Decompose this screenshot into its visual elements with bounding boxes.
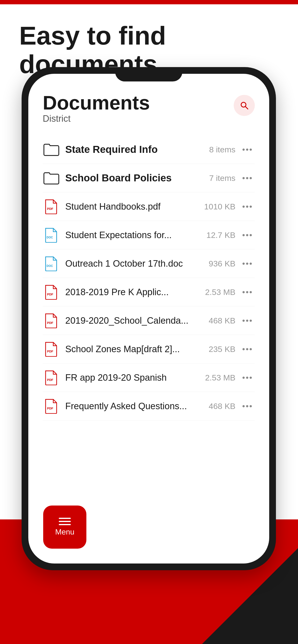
folder-icon	[43, 171, 60, 185]
menu-button-label: Menu	[55, 528, 74, 536]
list-item[interactable]: DOC Outreach 1 October 17th.doc 936 KB •…	[43, 250, 255, 278]
search-icon	[239, 100, 249, 110]
svg-line-1	[245, 106, 248, 109]
item-size: 235 KB	[209, 344, 236, 354]
documents-subtitle: District	[43, 114, 150, 124]
screen-content: Documents District State Required Info 8…	[28, 74, 269, 564]
list-item[interactable]: State Required Info 8 items •••	[43, 135, 255, 164]
list-item[interactable]: PDF Frequently Asked Questions... 468 KB…	[43, 392, 255, 420]
item-size: 2.53 MB	[205, 288, 236, 297]
item-name: Frequently Asked Questions...	[65, 401, 209, 411]
item-name: Student Handbooks.pdf	[65, 202, 204, 212]
item-name: School Board Policies	[65, 172, 209, 184]
item-name: State Required Info	[65, 144, 209, 155]
item-size: 468 KB	[209, 402, 236, 411]
svg-text:PDF: PDF	[47, 350, 53, 353]
folder-icon	[43, 142, 60, 156]
item-more-button[interactable]: •••	[240, 288, 255, 297]
svg-text:PDF: PDF	[47, 378, 53, 382]
item-more-button[interactable]: •••	[240, 202, 255, 211]
item-more-button[interactable]: •••	[240, 230, 255, 240]
phone-frame: Documents District State Required Info 8…	[22, 67, 276, 570]
item-name: 2018-2019 Pre K Applic...	[65, 287, 205, 297]
item-more-button[interactable]: •••	[240, 316, 255, 325]
item-name: Outreach 1 October 17th.doc	[65, 258, 209, 269]
svg-text:PDF: PDF	[47, 207, 53, 210]
pdf-icon: PDF	[43, 200, 60, 214]
item-size: 1010 KB	[204, 202, 235, 211]
list-item[interactable]: PDF School Zones Map[draft 2]... 235 KB …	[43, 335, 255, 364]
item-more-button[interactable]: •••	[240, 145, 255, 154]
list-item[interactable]: PDF FR app 2019-20 Spanish 2.53 MB •••	[43, 364, 255, 392]
svg-text:PDF: PDF	[47, 321, 53, 325]
documents-header: Documents District	[43, 93, 255, 124]
item-more-button[interactable]: •••	[240, 402, 255, 411]
item-name: FR app 2019-20 Spanish	[65, 372, 205, 383]
pdf-icon: PDF	[43, 371, 60, 384]
document-list: State Required Info 8 items ••• School B…	[43, 135, 255, 420]
item-name: Student Expectations for...	[65, 230, 206, 240]
item-size: 936 KB	[209, 259, 236, 268]
documents-title: Documents	[43, 93, 150, 112]
item-size: 7 items	[209, 174, 236, 183]
svg-text:DOC: DOC	[47, 236, 53, 239]
item-more-button[interactable]: •••	[240, 259, 255, 268]
pdf-icon: PDF	[43, 314, 60, 328]
hamburger-icon	[59, 518, 71, 525]
doc-icon: DOC	[43, 256, 60, 270]
svg-text:PDF: PDF	[47, 406, 53, 410]
item-size: 2.53 MB	[205, 373, 236, 382]
doc-icon: DOC	[43, 228, 60, 242]
list-item[interactable]: PDF 2018-2019 Pre K Applic... 2.53 MB ••…	[43, 278, 255, 306]
title-area: Documents District	[43, 93, 150, 124]
phone-notch	[115, 67, 182, 82]
menu-button[interactable]: Menu	[43, 506, 86, 549]
item-name: 2019-2020_School_Calenda...	[65, 316, 209, 326]
item-size: 468 KB	[209, 316, 236, 325]
item-more-button[interactable]: •••	[240, 373, 255, 382]
top-status-bar	[0, 0, 298, 4]
svg-text:DOC: DOC	[47, 264, 53, 268]
list-item[interactable]: DOC Student Expectations for... 12.7 KB …	[43, 221, 255, 250]
pdf-icon: PDF	[43, 399, 60, 413]
list-item[interactable]: School Board Policies 7 items •••	[43, 164, 255, 192]
item-size: 8 items	[209, 145, 236, 154]
item-more-button[interactable]: •••	[240, 174, 255, 183]
pdf-icon: PDF	[43, 285, 60, 299]
list-item[interactable]: PDF 2019-2020_School_Calenda... 468 KB •…	[43, 306, 255, 335]
search-button[interactable]	[234, 95, 255, 116]
pdf-icon: PDF	[43, 342, 60, 356]
item-name: School Zones Map[draft 2]...	[65, 344, 209, 354]
item-size: 12.7 KB	[206, 230, 235, 240]
phone-screen: Documents District State Required Info 8…	[28, 74, 269, 564]
list-item[interactable]: PDF Student Handbooks.pdf 1010 KB •••	[43, 192, 255, 221]
svg-text:PDF: PDF	[47, 292, 53, 296]
item-more-button[interactable]: •••	[240, 344, 255, 354]
